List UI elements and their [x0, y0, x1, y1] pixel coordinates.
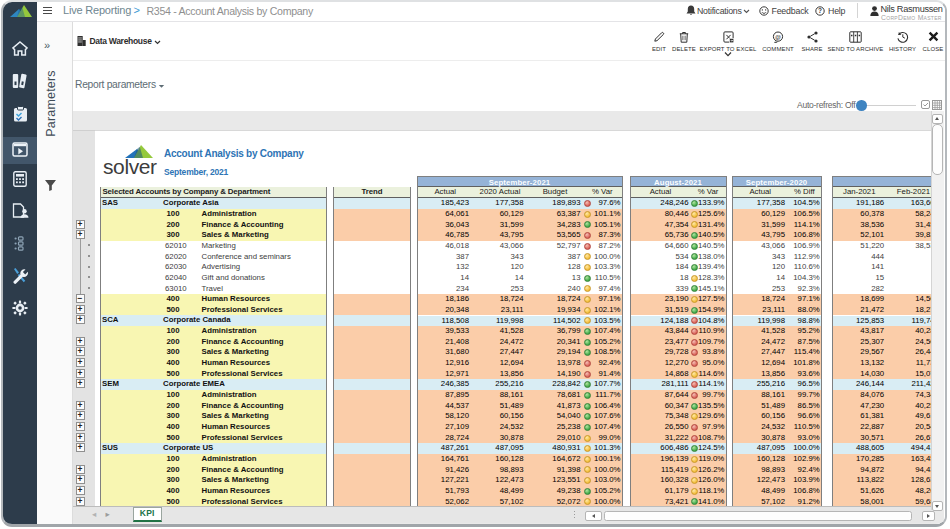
svg-text:?: ? — [818, 7, 822, 14]
svg-text:@: @ — [775, 34, 781, 40]
